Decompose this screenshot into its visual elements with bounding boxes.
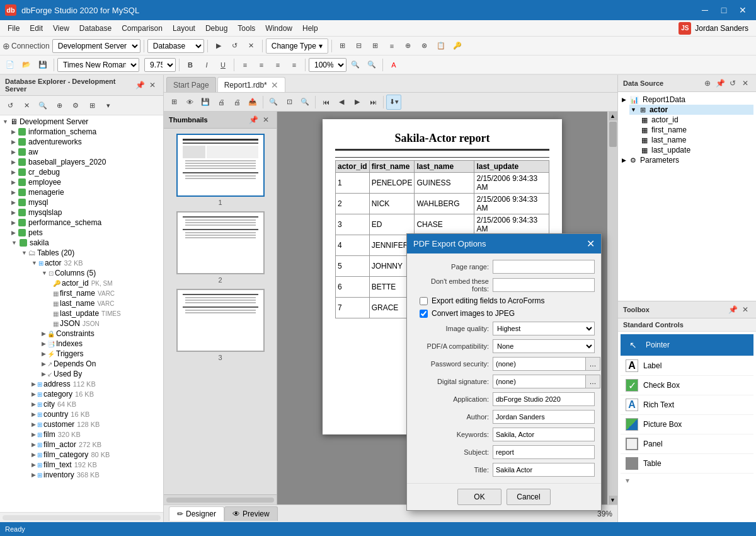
fonts-input[interactable] bbox=[493, 278, 595, 292]
toolbar-btn-3[interactable]: ✕ bbox=[244, 38, 259, 54]
title-input[interactable] bbox=[493, 463, 595, 477]
col-actor-id[interactable]: 🔑 actor_id PK, SM bbox=[52, 278, 162, 288]
application-input[interactable] bbox=[493, 392, 595, 406]
panel-close[interactable]: ✕ bbox=[147, 79, 158, 91]
server-node[interactable]: ▼ 🖥 Development Server bbox=[1, 117, 162, 127]
db-add[interactable]: ⊕ bbox=[52, 98, 67, 113]
font-name-dropdown[interactable]: Times New Roman bbox=[57, 58, 139, 72]
menu-comparison[interactable]: Comparison bbox=[117, 23, 168, 34]
menu-edit[interactable]: Edit bbox=[25, 23, 48, 34]
tb2-new[interactable]: 📄 bbox=[3, 57, 18, 73]
h-scroll[interactable] bbox=[3, 515, 161, 520]
depends-on-node[interactable]: ▶ ↗ Depends On bbox=[42, 359, 162, 369]
italic-button[interactable]: I bbox=[199, 57, 214, 73]
tb-icon-3[interactable]: ⊞ bbox=[368, 38, 383, 54]
db-settings[interactable]: ⚙ bbox=[68, 98, 83, 113]
view-design[interactable]: ⊞ bbox=[166, 95, 181, 110]
db-filter[interactable]: 🔍 bbox=[35, 98, 50, 113]
tb-pin[interactable]: 📌 bbox=[727, 304, 738, 315]
tb-icon-1[interactable]: ⊞ bbox=[335, 38, 350, 54]
city-table[interactable]: ▶ ⊞ city 64 KB bbox=[32, 399, 162, 409]
menu-view[interactable]: View bbox=[48, 23, 74, 34]
thumbnail-3[interactable]: 3 bbox=[176, 289, 265, 361]
col-json[interactable]: ▦ JSON JSON bbox=[52, 318, 162, 329]
tool-label[interactable]: A Label bbox=[621, 356, 753, 376]
ds-add[interactable]: ⊕ bbox=[702, 78, 713, 89]
ds-pin[interactable]: 📌 bbox=[714, 78, 726, 89]
keywords-input[interactable] bbox=[493, 428, 595, 441]
film-table[interactable]: ▶ ⊞ film 320 KB bbox=[32, 429, 162, 440]
align-justify[interactable]: ≡ bbox=[287, 57, 302, 73]
maximize-button[interactable]: □ bbox=[716, 4, 732, 16]
menu-layout[interactable]: Layout bbox=[168, 23, 200, 34]
view-preview[interactable]: 👁 bbox=[182, 95, 197, 110]
close-button[interactable]: ✕ bbox=[735, 4, 751, 16]
db-aw[interactable]: ▶ aw bbox=[11, 147, 162, 157]
zoom-in[interactable]: 🔍 bbox=[348, 57, 363, 73]
thumbnail-2[interactable]: 2 bbox=[176, 211, 265, 284]
dialog-close-button[interactable]: ✕ bbox=[587, 238, 595, 250]
tool-pointer[interactable]: ↖ Pointer bbox=[621, 334, 753, 356]
tb2-open[interactable]: 📂 bbox=[19, 57, 34, 73]
color-btn[interactable]: A bbox=[386, 57, 401, 73]
subject-input[interactable] bbox=[493, 445, 595, 459]
bold-button[interactable]: B bbox=[183, 57, 198, 73]
db-sakila[interactable]: ▼ sakila bbox=[11, 238, 162, 248]
password-input[interactable] bbox=[493, 357, 585, 371]
signature-btn[interactable]: … bbox=[585, 375, 600, 388]
page-last[interactable]: ⏭ bbox=[365, 95, 381, 110]
menu-tools[interactable]: Tools bbox=[232, 23, 260, 34]
db-adventureworks[interactable]: ▶ adventureworks bbox=[11, 137, 162, 147]
tb-icon-4[interactable]: ≡ bbox=[384, 38, 399, 54]
ds-last-update[interactable]: ▦ last_update bbox=[638, 145, 753, 155]
thumbs-hscroll[interactable] bbox=[166, 498, 274, 503]
export-options-btn[interactable]: ⬇▾ bbox=[386, 95, 401, 110]
db-view[interactable]: ⊞ bbox=[84, 98, 100, 113]
scroll-down[interactable]: ▼ bbox=[609, 496, 617, 504]
zoom-out-r[interactable]: 🔍 bbox=[266, 95, 281, 110]
toolbar-btn-1[interactable]: ▶ bbox=[211, 38, 226, 54]
image-quality-select[interactable]: Highest High Medium Low bbox=[493, 322, 595, 335]
report-save[interactable]: 💾 bbox=[198, 95, 213, 110]
scroll-up[interactable]: ▲ bbox=[609, 112, 617, 120]
ok-button[interactable]: OK bbox=[457, 489, 501, 505]
tab-designer[interactable]: ✏ Designer bbox=[169, 506, 224, 521]
category-table[interactable]: ▶ ⊞ category 16 KB bbox=[32, 389, 162, 399]
address-table[interactable]: ▶ ⊞ address 112 KB bbox=[32, 379, 162, 389]
signature-input[interactable] bbox=[493, 375, 585, 388]
db-performance-schema[interactable]: ▶ performance_schema bbox=[11, 218, 162, 228]
ds-actor[interactable]: ▼ ⊞ actor bbox=[629, 105, 753, 115]
tb-icon-7[interactable]: 📋 bbox=[433, 38, 449, 54]
tool-picturebox[interactable]: Picture Box bbox=[621, 415, 753, 434]
db-baseball[interactable]: ▶ baseball_players_2020 bbox=[11, 157, 162, 167]
triggers-node[interactable]: ▶ ⚡ Triggers bbox=[42, 349, 162, 359]
menu-database[interactable]: Database bbox=[74, 23, 117, 34]
ds-refresh[interactable]: ↺ bbox=[727, 78, 738, 89]
tb-icon-2[interactable]: ⊟ bbox=[352, 38, 367, 54]
page-prev[interactable]: ◀ bbox=[334, 95, 349, 110]
panel-pin[interactable]: 📌 bbox=[134, 79, 146, 91]
tab-report[interactable]: Report1.rdb* ✕ bbox=[217, 77, 285, 92]
tool-table[interactable]: Table bbox=[621, 454, 753, 474]
convert-images-checkbox[interactable] bbox=[420, 310, 428, 318]
film-category-table[interactable]: ▶ ⊞ film_category 80 KB bbox=[32, 450, 162, 460]
col-first-name[interactable]: ▦ first_name VARC bbox=[52, 288, 162, 298]
col-last-update[interactable]: ▦ last_update TIMES bbox=[52, 308, 162, 318]
country-table[interactable]: ▶ ⊞ country 16 KB bbox=[32, 409, 162, 419]
tab-start-page[interactable]: Start Page bbox=[166, 77, 216, 92]
col-last-name[interactable]: ▦ last_name VARC bbox=[52, 298, 162, 308]
db-refresh[interactable]: ↺ bbox=[3, 98, 18, 113]
minimize-button[interactable]: ─ bbox=[697, 4, 713, 16]
scroll-thumb[interactable] bbox=[609, 122, 617, 147]
thumbs-pin[interactable]: 📌 bbox=[248, 114, 259, 125]
tables-node[interactable]: ▼ 🗂 Tables (20) bbox=[21, 248, 162, 258]
v-scrollbar[interactable]: ▲ ▼ bbox=[607, 112, 617, 504]
ds-first-name[interactable]: ▦ first_name bbox=[638, 125, 753, 135]
password-btn[interactable]: … bbox=[585, 357, 600, 371]
customer-table[interactable]: ▶ ⊞ customer 128 KB bbox=[32, 419, 162, 429]
db-mysql[interactable]: ▶ mysql bbox=[11, 197, 162, 207]
ds-report1data[interactable]: ▶ 📊 Report1Data bbox=[621, 95, 753, 105]
font-size-dropdown[interactable]: 9.75 bbox=[144, 58, 176, 72]
tab-report-close[interactable]: ✕ bbox=[271, 80, 278, 90]
ds-last-name[interactable]: ▦ last_name bbox=[638, 135, 753, 145]
